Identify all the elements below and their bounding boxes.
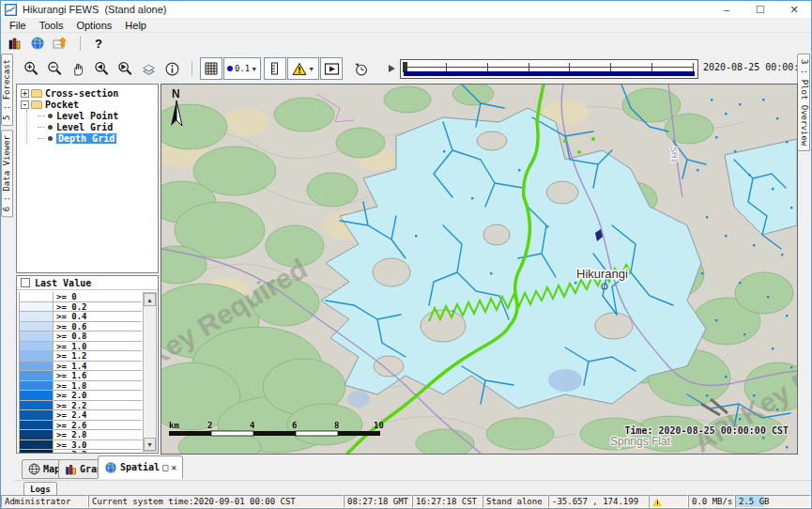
last-value-label: Last Value <box>35 278 91 288</box>
legend-swatch <box>20 332 54 341</box>
ruler-icon <box>268 61 282 76</box>
svg-text:8: 8 <box>334 421 339 430</box>
zoom-in-button[interactable] <box>20 57 42 80</box>
tab-spatial[interactable]: Spatial □ ✕ <box>98 455 183 479</box>
tab-forecast[interactable]: 5 : Forecast <box>1 54 13 126</box>
legend-swatch <box>20 430 54 440</box>
bullet-icon <box>48 125 53 130</box>
legend-label: >= 1.2 <box>54 351 142 361</box>
legend-swatch <box>20 371 54 380</box>
info-button[interactable] <box>161 57 183 80</box>
legend-label: >= 2.0 <box>54 391 142 400</box>
menu-options[interactable]: Options <box>69 19 118 32</box>
scale-bar-button[interactable] <box>264 57 286 80</box>
database-icon <box>8 36 23 51</box>
bottom-tab-bar: Map Graph Spatial □ ✕ <box>14 455 811 480</box>
status-warning-cell[interactable] <box>649 495 688 508</box>
legend-label: >= 2.2 <box>54 401 142 410</box>
menu-help[interactable]: Help <box>118 19 153 32</box>
legend-swatch <box>20 302 54 312</box>
zoom-out-button[interactable] <box>43 57 66 80</box>
menu-tools[interactable]: Tools <box>33 19 70 32</box>
warning-threshold-dropdown[interactable]: ▼ <box>287 57 319 80</box>
panel-close-icon[interactable]: ✕ <box>171 462 176 472</box>
expand-icon[interactable]: + <box>21 89 29 98</box>
svg-text:4: 4 <box>250 421 255 430</box>
panel-maximize-icon[interactable]: □ <box>162 462 168 472</box>
layers-icon <box>141 61 157 77</box>
legend-table: >= 0 >= 0.2 >= 0.4 >= 0.6 >= 0.8 >= 1.0 … <box>19 292 142 453</box>
tree-item-level-point[interactable]: Level Point <box>38 110 158 121</box>
tree-item-pocket[interactable]: - Pocket <box>17 99 158 110</box>
time-span-bar <box>404 71 695 76</box>
scroll-up-icon[interactable]: ▲ <box>144 293 156 306</box>
legend-swatch <box>20 322 54 332</box>
tree-item-label: Cross-section <box>45 88 118 99</box>
legend-label: >= 2.4 <box>54 410 142 420</box>
toolbar-separator <box>80 36 81 51</box>
info-icon <box>164 61 180 77</box>
globe-icon <box>104 461 117 474</box>
svg-text:km: km <box>169 421 179 430</box>
menu-file[interactable]: File <box>3 19 33 32</box>
pan-button[interactable] <box>67 57 89 80</box>
town-label: Hikurangi <box>576 267 628 281</box>
svg-text:N: N <box>172 87 180 100</box>
legend-swatch <box>20 342 54 351</box>
time-settings-button[interactable] <box>349 57 372 80</box>
play-icon <box>385 62 398 75</box>
map-toolbar: 0.1 ▼ ▼ <box>14 54 799 84</box>
tab-data-viewer[interactable]: 6 : Data Viewer <box>1 130 13 217</box>
map-canvas[interactable]: API Key Required API Key Required Hikura… <box>161 84 798 455</box>
status-memory: 2.5 GB <box>735 495 811 508</box>
time-slider[interactable] <box>400 59 698 79</box>
movie-player-icon <box>324 62 340 76</box>
tree-item-label: Pocket <box>45 100 79 110</box>
tree-item-level-grid[interactable]: Level Grid <box>38 121 158 132</box>
class-interval-dropdown[interactable]: 0.1 ▼ <box>223 57 261 80</box>
legend-label: >= 1.0 <box>54 342 142 351</box>
road-label: SH1 <box>669 147 680 163</box>
close-button[interactable]: ✕ <box>777 1 811 18</box>
bullet-icon <box>48 136 53 141</box>
last-value-checkbox[interactable] <box>21 278 30 287</box>
tree-item-cross-section[interactable]: + Cross-section <box>17 87 158 99</box>
wire-globe-icon <box>28 463 40 475</box>
minimize-button[interactable]: – <box>710 1 743 18</box>
status-local-time: 16:27:18 CST <box>412 495 483 508</box>
legend-label: >= 3.2 <box>54 450 142 454</box>
scroll-down-icon[interactable]: ▼ <box>144 438 156 451</box>
database-button[interactable] <box>5 34 25 53</box>
zoom-next-button[interactable] <box>114 57 136 80</box>
warning-icon <box>652 498 662 506</box>
legend-row: >= 0 <box>20 292 142 302</box>
legend-swatch <box>20 381 54 391</box>
tree-item-depth-grid[interactable]: Depth Grid <box>38 132 158 144</box>
tab-spatial-label: Spatial <box>120 462 160 472</box>
legend-swatch <box>20 312 54 321</box>
tree-item-label: Level Point <box>56 111 118 121</box>
logs-button[interactable]: Logs <box>23 482 57 496</box>
legend-row: >= 1.0 <box>20 342 142 352</box>
legend-row: >= 2.8 <box>20 430 142 440</box>
chevron-down-icon: ▼ <box>308 66 314 72</box>
grid-display-button[interactable] <box>200 57 222 80</box>
zoom-previous-button[interactable] <box>90 57 113 80</box>
legend-row: >= 2.0 <box>20 391 142 401</box>
collapse-icon[interactable]: - <box>21 100 29 109</box>
tab-plot-overview[interactable]: 3 : Plot Overview <box>797 54 810 151</box>
legend-swatch <box>20 401 54 410</box>
legend-scrollbar[interactable]: ▲ ▼ <box>143 292 157 452</box>
help-button[interactable]: ? <box>88 34 109 53</box>
layers-button[interactable] <box>137 57 160 80</box>
app-logo-icon <box>5 4 17 16</box>
title-bar: Hikurangi FEWS (Stand alone) – ☐ ✕ <box>1 1 811 18</box>
legend-label: >= 2.8 <box>54 430 142 440</box>
interval-value: 0.1 <box>235 64 250 73</box>
maximize-button[interactable]: ☐ <box>743 1 777 18</box>
tree-item-label: Level Grid <box>56 122 113 132</box>
legend-label: >= 1.6 <box>54 371 142 380</box>
animation-button[interactable] <box>320 57 343 80</box>
spatial-display-button[interactable] <box>50 34 70 53</box>
map-display-button[interactable] <box>27 34 48 53</box>
